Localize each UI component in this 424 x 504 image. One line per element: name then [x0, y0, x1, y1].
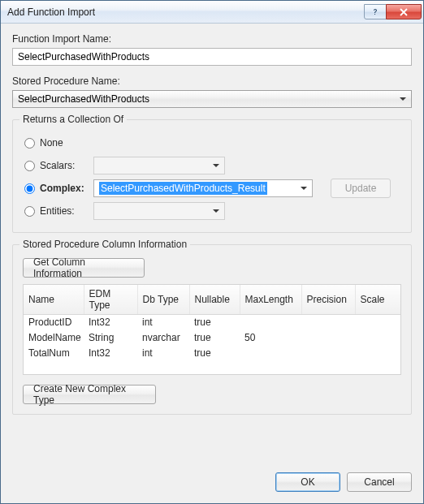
cancel-button[interactable]: Cancel: [347, 472, 412, 492]
col-header-edm[interactable]: EDM Type: [84, 285, 137, 315]
chevron-down-icon: [213, 164, 219, 167]
returns-collection-group: Returns a Collection Of None Scalars: Co…: [12, 119, 412, 233]
stored-procedure-name-value: SelectPurchasedWithProducts: [18, 93, 149, 105]
dialog-footer: OK Cancel: [12, 461, 412, 492]
titlebar-text: Add Function Import: [7, 6, 365, 18]
stored-procedure-name-combo[interactable]: SelectPurchasedWithProducts: [12, 90, 412, 108]
returns-entities-radio[interactable]: [24, 206, 35, 217]
chevron-down-icon: [213, 209, 219, 213]
column-info-grid[interactable]: Name EDM Type Db Type Nullable MaxLength…: [23, 284, 401, 375]
col-header-maxlen[interactable]: MaxLength: [240, 285, 301, 315]
stored-procedure-name-label: Stored Procedure Name:: [12, 75, 412, 87]
ok-button[interactable]: OK: [275, 472, 340, 492]
col-header-db[interactable]: Db Type: [137, 285, 189, 315]
window-buttons: [365, 4, 422, 19]
titlebar[interactable]: Add Function Import: [1, 1, 423, 24]
cell-precision: [301, 346, 355, 361]
returns-entities-combo[interactable]: [93, 202, 225, 220]
cell-edm: Int32: [84, 315, 137, 330]
table-row[interactable]: ModelNameStringnvarchartrue50: [24, 330, 400, 346]
get-column-info-label: Get Column Information: [33, 256, 134, 279]
dialog-body: Function Import Name: Stored Procedure N…: [1, 24, 423, 503]
cell-maxlen: [240, 346, 301, 361]
table-row[interactable]: ProductIDInt32inttrue: [24, 315, 400, 330]
dialog-window: Add Function Import Function Import Name…: [0, 0, 424, 504]
function-import-name-input[interactable]: [12, 48, 412, 66]
ok-button-label: OK: [301, 476, 314, 488]
chevron-down-icon: [301, 187, 307, 190]
returns-none-label: None: [40, 137, 93, 149]
close-icon: [400, 8, 408, 16]
cell-name: ModelName: [24, 330, 84, 346]
cell-edm: String: [84, 330, 137, 346]
chevron-down-icon: [400, 97, 406, 101]
cell-db: int: [137, 315, 189, 330]
cell-db: int: [137, 346, 189, 361]
cell-maxlen: [240, 315, 301, 330]
update-button[interactable]: Update: [331, 179, 391, 198]
cell-nullable: true: [189, 330, 240, 346]
returns-scalars-radio[interactable]: [24, 161, 35, 171]
create-complex-label: Create New Complex Type: [33, 383, 145, 406]
create-new-complex-type-button[interactable]: Create New Complex Type: [23, 385, 156, 404]
cell-edm: Int32: [84, 346, 137, 361]
cancel-button-label: Cancel: [364, 476, 394, 488]
close-button[interactable]: [386, 4, 422, 19]
cell-name: ProductID: [24, 315, 84, 330]
returns-scalars-combo[interactable]: [93, 157, 225, 174]
cell-scale: [355, 315, 400, 330]
table-row[interactable]: TotalNumInt32inttrue: [24, 346, 400, 361]
col-header-precision[interactable]: Precision: [301, 285, 355, 315]
col-header-name[interactable]: Name: [24, 285, 84, 315]
cell-nullable: true: [189, 315, 240, 330]
returns-entities-label: Entities:: [40, 205, 93, 217]
cell-precision: [301, 315, 355, 330]
get-column-info-button[interactable]: Get Column Information: [23, 258, 145, 278]
cell-scale: [355, 346, 400, 361]
help-icon: [371, 8, 379, 16]
sp-column-group-title: Stored Procedure Column Information: [19, 239, 190, 250]
function-import-name-label: Function Import Name:: [12, 33, 412, 45]
cell-precision: [301, 330, 355, 346]
col-header-nullable[interactable]: Nullable: [189, 285, 240, 315]
sp-column-info-group: Stored Procedure Column Information Get …: [12, 244, 412, 415]
cell-nullable: true: [189, 346, 240, 361]
col-header-scale[interactable]: Scale: [355, 285, 400, 315]
returns-complex-value: SelectPurchasedWithProducts_Result: [99, 182, 267, 195]
returns-group-title: Returns a Collection Of: [19, 114, 127, 125]
returns-none-radio[interactable]: [24, 138, 35, 149]
returns-complex-combo[interactable]: SelectPurchasedWithProducts_Result: [93, 179, 313, 197]
cell-db: nvarchar: [137, 330, 189, 346]
cell-maxlen: 50: [240, 330, 301, 346]
table-header-row: Name EDM Type Db Type Nullable MaxLength…: [24, 285, 400, 315]
cell-scale: [355, 330, 400, 346]
help-button[interactable]: [364, 4, 387, 19]
returns-complex-label: Complex:: [40, 183, 93, 194]
update-button-label: Update: [345, 183, 377, 194]
column-info-table: Name EDM Type Db Type Nullable MaxLength…: [24, 285, 400, 361]
cell-name: TotalNum: [24, 346, 84, 361]
returns-complex-radio[interactable]: [24, 183, 35, 194]
returns-scalars-label: Scalars:: [40, 160, 93, 171]
